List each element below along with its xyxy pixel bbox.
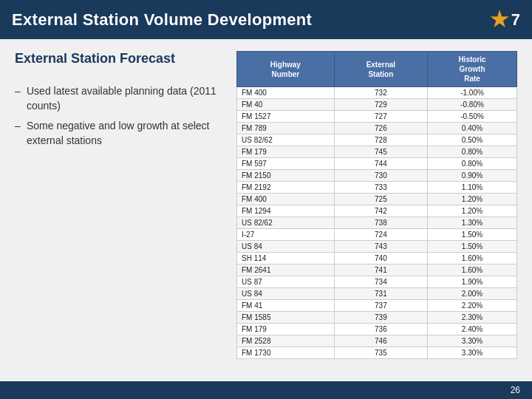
table-row: I-277241.50% [237,229,517,241]
cell-rate: 1.20% [428,194,517,205]
cell-station: 745 [334,146,427,158]
cell-station: 740 [334,253,427,265]
cell-highway: FM 1527 [237,111,335,123]
table-row: FM 1797362.40% [237,324,517,335]
table-row: FM 40729-0.80% [237,99,517,111]
cell-station: 743 [334,241,427,253]
cell-highway: US 82/62 [237,217,335,229]
cell-highway: FM 40 [237,99,335,111]
table-row: FM 21507300.90% [237,170,517,182]
cell-station: 730 [334,170,427,182]
cell-rate: 3.30% [428,347,517,359]
cell-highway: FM 2150 [237,170,335,182]
cell-station: 724 [334,229,427,241]
cell-station: 746 [334,335,427,347]
cell-rate: 2.20% [428,300,517,312]
cell-highway: FM 2641 [237,265,335,276]
table-row: FM 400732-1.00% [237,87,517,99]
table-row: FM 1797450.80% [237,146,517,158]
cell-highway: FM 41 [237,300,335,312]
cell-station: 728 [334,134,427,146]
cell-rate: 3.30% [428,335,517,347]
cell-highway: FM 179 [237,324,335,335]
cell-station: 737 [334,300,427,312]
table-row: FM 1527727-0.50% [237,111,517,123]
page-number: 26 [511,385,520,395]
cell-rate: 1.50% [428,229,517,241]
cell-station: 734 [334,276,427,288]
table-row: US 847312.00% [237,288,517,300]
cell-station: 729 [334,99,427,111]
bullet-list: Used latest available planning data (201… [15,81,222,151]
cell-rate: 0.80% [428,158,517,170]
cell-rate: 0.80% [428,146,517,158]
table-row: SH 1147401.60% [237,253,517,265]
cell-rate: 1.20% [428,205,517,217]
cell-rate: 0.90% [428,170,517,182]
cell-rate: 2.40% [428,324,517,335]
cell-rate: -1.00% [428,87,517,99]
cell-station: 725 [334,194,427,205]
cell-rate: 1.10% [428,182,517,194]
table-header-row: HighwayNumber ExternalStation HistoricGr… [237,52,517,87]
cell-highway: US 84 [237,241,335,253]
cell-station: 742 [334,205,427,217]
col-rate: HistoricGrowthRate [428,52,517,87]
cell-highway: SH 114 [237,253,335,265]
table-row: FM 15857392.30% [237,312,517,324]
cell-highway: US 84 [237,288,335,300]
cell-rate: 2.00% [428,288,517,300]
cell-station: 741 [334,265,427,276]
cell-highway: FM 400 [237,87,335,99]
cell-rate: 1.60% [428,265,517,276]
table-row: US 82/627381.30% [237,217,517,229]
cell-station: 736 [334,324,427,335]
cell-highway: I-27 [237,229,335,241]
cell-station: 733 [334,182,427,194]
slide-title: External Station Volume Development [12,10,312,30]
cell-station: 739 [334,312,427,324]
logo-number: 7 [511,10,520,30]
table-row: FM 26417411.60% [237,265,517,276]
cell-highway: FM 1585 [237,312,335,324]
table-row: US 82/627280.50% [237,134,517,146]
table-row: FM 21927331.10% [237,182,517,194]
cell-station: 738 [334,217,427,229]
slide: External Station Volume Development ★ 7 … [0,0,532,399]
col-highway: HighwayNumber [237,52,335,87]
cell-highway: FM 789 [237,123,335,134]
logo-star-icon: ★ [490,7,508,32]
left-panel: External Station Forecast Used latest av… [15,51,222,374]
table-row: US 847431.50% [237,241,517,253]
cell-highway: US 87 [237,276,335,288]
cell-highway: FM 1294 [237,205,335,217]
data-table: HighwayNumber ExternalStation HistoricGr… [236,51,517,359]
cell-rate: -0.50% [428,111,517,123]
cell-station: 732 [334,87,427,99]
cell-station: 726 [334,123,427,134]
cell-rate: 1.90% [428,276,517,288]
cell-highway: FM 597 [237,158,335,170]
table-row: US 877341.90% [237,276,517,288]
table-row: FM 25287463.30% [237,335,517,347]
cell-rate: 0.40% [428,123,517,134]
right-panel: HighwayNumber ExternalStation HistoricGr… [236,51,517,374]
content-area: External Station Forecast Used latest av… [0,39,532,381]
cell-highway: FM 2528 [237,335,335,347]
cell-rate: 2.30% [428,312,517,324]
cell-rate: 1.50% [428,241,517,253]
forecast-title: External Station Forecast [15,51,222,66]
cell-station: 727 [334,111,427,123]
bullet-item: Some negative and low growth at select e… [15,116,222,151]
table-row: FM 5977440.80% [237,158,517,170]
table-row: FM 12947421.20% [237,205,517,217]
cell-highway: FM 400 [237,194,335,205]
cell-rate: 0.50% [428,134,517,146]
cell-highway: FM 179 [237,146,335,158]
table-body: FM 400732-1.00%FM 40729-0.80%FM 1527727-… [237,87,517,359]
table-row: FM 417372.20% [237,300,517,312]
footer: 26 [0,381,532,399]
col-station: ExternalStation [334,52,427,87]
cell-station: 735 [334,347,427,359]
bullet-item: Used latest available planning data (201… [15,81,222,116]
